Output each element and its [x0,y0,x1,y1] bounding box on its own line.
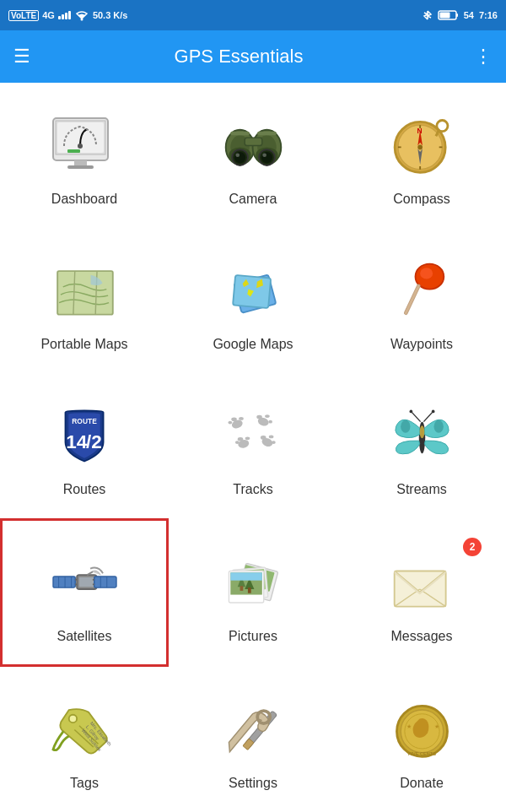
satellites-item[interactable]: Satellites [0,518,169,667]
svg-rect-94 [247,587,250,593]
svg-text:FIVE CENTS: FIVE CENTS [407,750,435,755]
app-bar: ☰ GPS Essentials ⋮ [0,30,506,83]
svg-rect-24 [230,131,250,135]
svg-line-68 [423,412,432,421]
svg-text:N: N [417,126,422,134]
routes-label: Routes [63,482,106,497]
streams-item[interactable]: Streams [337,373,506,518]
svg-rect-74 [78,577,94,586]
operator-label: VoLTE [8,10,39,21]
status-bar: VoLTE 4G 50.3 K/s 54 7:16 [0,0,506,30]
svg-point-22 [235,153,240,157]
svg-text:★: ★ [406,723,411,728]
svg-rect-75 [53,577,75,587]
svg-text:14: 14 [66,430,88,452]
pictures-item[interactable]: Pictures [169,518,337,667]
battery-percent: 54 [464,10,474,20]
svg-point-21 [261,152,272,163]
svg-point-62 [260,436,266,440]
satellites-icon [46,544,122,620]
settings-icon [215,691,291,767]
svg-point-60 [234,441,239,444]
portable-maps-icon [46,252,122,328]
portable-maps-item[interactable]: Portable Maps [0,228,169,373]
svg-line-45 [406,285,418,312]
svg-point-43 [420,268,433,279]
svg-rect-9 [74,160,87,165]
svg-point-97 [68,714,76,722]
svg-point-50 [231,417,237,421]
messages-badge: 2 [463,538,482,556]
settings-label: Settings [229,776,277,791]
donate-icon: FIVE CENTS ★ ★ [384,691,460,767]
tags-item[interactable]: Mrs. Elisabeth L. Gilroy West Sussex Tag… [0,667,169,812]
messages-icon [384,544,460,620]
svg-point-33 [417,144,423,149]
signal-label: 4G [42,10,55,20]
svg-rect-17 [245,138,262,145]
wifi-icon [74,9,89,21]
google-maps-item[interactable]: Google Maps [169,228,337,373]
svg-rect-93 [240,586,243,591]
dashboard-item[interactable]: Dashboard [0,83,169,228]
donate-label: Donate [400,776,444,791]
svg-point-23 [262,153,266,157]
svg-point-7 [78,143,83,149]
donate-item[interactable]: FIVE CENTS ★ ★ Donate [337,667,506,812]
compass-icon: N [384,107,460,183]
speed-label: 50.3 K/s [93,10,128,20]
svg-point-63 [268,435,273,438]
svg-point-51 [239,417,244,420]
svg-rect-2 [456,14,458,17]
svg-point-0 [80,19,83,21]
google-maps-label: Google Maps [213,337,293,352]
svg-text:/2: /2 [85,430,101,452]
svg-line-66 [412,412,420,421]
settings-item[interactable]: Settings [169,667,337,812]
svg-text:★: ★ [433,723,439,728]
bar2 [62,14,64,19]
routes-item[interactable]: ROUTE 14 /2 Routes [0,373,169,518]
more-button[interactable]: ⋮ [474,46,493,68]
svg-point-58 [237,436,243,441]
bar4 [68,11,71,19]
tracks-item[interactable]: Tracks [169,373,337,518]
svg-point-56 [268,420,272,423]
messages-label: Messages [391,629,453,644]
compass-label: Compass [393,192,450,207]
tracks-label: Tracks [233,482,272,497]
svg-point-54 [256,414,262,419]
waypoints-label: Waypoints [390,337,453,352]
dashboard-label: Dashboard [51,192,117,207]
status-left: VoLTE 4G 50.3 K/s [8,9,127,21]
streams-label: Streams [396,482,447,497]
svg-point-52 [228,420,232,424]
svg-point-72 [419,425,424,438]
svg-point-19 [234,152,245,163]
svg-point-71 [433,420,443,432]
streams-icon [384,398,460,474]
svg-point-55 [265,414,270,418]
routes-icon: ROUTE 14 /2 [46,398,122,474]
svg-rect-3 [439,13,449,19]
tags-label: Tags [70,776,99,791]
status-right: 54 7:16 [422,9,498,21]
svg-point-70 [401,420,410,432]
svg-point-64 [272,441,276,444]
messages-item[interactable]: 2 Messages [337,518,506,667]
camera-item[interactable]: Camera [169,83,337,228]
svg-point-67 [409,409,412,413]
compass-item[interactable]: N Compass [337,83,506,228]
waypoints-item[interactable]: Waypoints [337,228,506,373]
google-maps-icon [215,252,291,328]
app-title: GPS Essentials [17,46,460,68]
portable-maps-label: Portable Maps [40,337,127,352]
menu-grid: Dashboard [0,83,506,812]
tags-icon: Mrs. Elisabeth L. Gilroy West Sussex [46,691,122,767]
svg-text:ROUTE: ROUTE [72,417,97,425]
signal-bars [58,11,71,19]
pictures-label: Pictures [229,629,277,644]
dashboard-icon [46,107,122,183]
svg-point-69 [431,409,434,413]
pictures-icon [215,544,291,620]
